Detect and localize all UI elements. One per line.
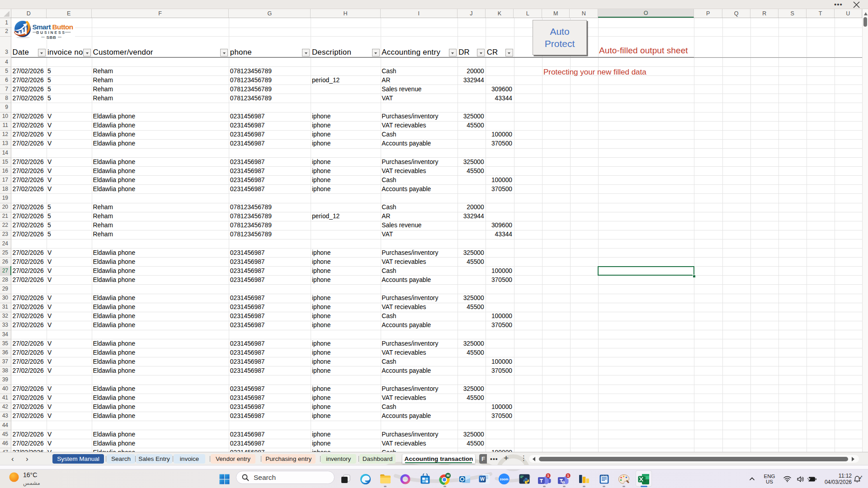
cell-invoice-r15[interactable]: V [47,159,92,166]
cell-entry-r45[interactable]: Purchases/inventory [382,431,457,439]
cell-customer-r41[interactable]: Eldawlia phone [93,394,229,402]
sheet-tab-accounting-transaction[interactable]: Accounting transaction [402,454,475,464]
cell-entry-r7[interactable]: Sales revenue [382,86,457,94]
cell-date-r35[interactable]: 27/02/2026 [13,340,47,348]
cell-description-r12[interactable]: iphone [312,131,380,139]
cell-description-r41[interactable]: iphone [312,394,380,402]
cell-customer-r36[interactable]: Eldawlia phone [93,349,229,357]
cell-customer-r37[interactable]: Eldawlia phone [93,358,229,366]
cell-customer-r26[interactable]: Eldawlia phone [93,258,229,266]
cell-dr-r11[interactable]: 45500 [458,122,484,130]
cell-cr-r37[interactable]: 100000 [486,358,512,366]
cell-dr-r10[interactable]: 325000 [458,113,484,121]
cell-cr-r42[interactable]: 100000 [486,404,512,411]
cell-dr-r46[interactable]: 45500 [458,440,484,448]
add-sheet-icon[interactable]: + [504,453,509,463]
cell-entry-r38[interactable]: Accounts payable [382,367,457,375]
cell-phone-r38[interactable]: 0231456987 [230,367,311,375]
cell-dr-r15[interactable]: 325000 [458,159,484,166]
cell-phone-r21[interactable]: 078123456789 [230,213,311,221]
column-header-O[interactable]: O [598,9,694,18]
cell-description-r45[interactable]: iphone [312,431,380,439]
cell-description-r27[interactable]: iphone [312,267,380,275]
cell-description-r6[interactable]: period_12 [312,77,380,84]
column-header-R[interactable]: R [750,9,778,18]
cell-description-r21[interactable]: period_12 [312,213,380,221]
cell-description-r28[interactable]: iphone [312,277,380,284]
cell-date-r36[interactable]: 27/02/2026 [13,349,47,357]
cell-dr-r41[interactable]: 45500 [458,394,484,402]
cell-phone-r37[interactable]: 0231456987 [230,358,311,366]
cell-entry-r5[interactable]: Cash [382,68,457,75]
row-header-22[interactable]: 22 [2,222,8,228]
row-header-43[interactable]: 43 [2,413,8,419]
cell-invoice-r13[interactable]: V [47,140,92,148]
tabs-more-icon[interactable]: ••• [490,455,498,463]
taskbar-icon-python-terminal[interactable] [517,471,532,487]
cell-cr-r33[interactable]: 370500 [486,322,512,329]
cell-cr-r38[interactable]: 370500 [486,367,512,375]
cell-customer-r40[interactable]: Eldawlia phone [93,385,229,393]
cell-customer-r20[interactable]: Reham [93,204,229,211]
column-header-D[interactable]: D [11,9,47,18]
taskbar-icon-copilot[interactable] [397,471,413,487]
cell-description-r33[interactable]: iphone [312,322,380,329]
row-header-23[interactable]: 23 [2,231,8,237]
cell-cr-r7[interactable]: 309600 [486,86,512,94]
filter-dropdown-icon[interactable] [477,49,485,56]
cell-date-r27[interactable]: 27/02/2026 [13,267,47,275]
cell-cr-r43[interactable]: 370500 [486,413,512,420]
cell-invoice-r41[interactable]: V [47,394,92,402]
cell-invoice-r33[interactable]: V [47,322,92,329]
row-header-34[interactable]: 34 [2,331,8,338]
cell-entry-r28[interactable]: Accounts payable [382,277,457,284]
cell-entry-r20[interactable]: Cash [382,204,457,211]
cell-date-r20[interactable]: 27/02/2026 [13,204,47,211]
row-header-25[interactable]: 25 [2,249,8,256]
cell-description-r40[interactable]: iphone [312,385,380,393]
cell-phone-r28[interactable]: 0231456987 [230,277,311,284]
cell-entry-r32[interactable]: Cash [382,313,457,320]
cell-dr-r25[interactable]: 325000 [458,249,484,257]
cell-phone-r23[interactable]: 078123456789 [230,231,311,239]
cell-customer-r18[interactable]: Eldawlia phone [93,186,229,193]
horizontal-scroll-thumb[interactable] [539,457,848,461]
cell-dr-r5[interactable]: 20000 [458,68,484,75]
cell-entry-r11[interactable]: VAT recievables [382,122,457,130]
row-header-36[interactable]: 36 [2,349,8,356]
active-cell-O27[interactable] [598,266,694,276]
cell-date-r41[interactable]: 27/02/2026 [13,394,47,402]
row-header-1[interactable]: 1 [5,19,8,26]
cell-customer-r32[interactable]: Eldawlia phone [93,313,229,320]
tabs-scroll-left-icon[interactable]: ‹ [11,455,14,464]
clock[interactable]: 11:12 04/03/2026 [814,469,852,488]
cell-invoice-r45[interactable]: V [47,431,92,439]
cell-customer-r7[interactable]: Reham [93,86,229,94]
cell-phone-r18[interactable]: 0231456987 [230,186,311,193]
cell-phone-r45[interactable]: 0231456987 [230,431,311,439]
cell-description-r16[interactable]: iphone [312,168,380,175]
cell-date-r18[interactable]: 27/02/2026 [13,186,47,193]
cell-customer-r28[interactable]: Eldawlia phone [93,277,229,284]
sheet-tab-inventory[interactable]: inventory [321,454,356,464]
cell-invoice-r37[interactable]: V [47,358,92,366]
row-header-26[interactable]: 26 [2,258,8,265]
cell-description-r32[interactable]: iphone [312,313,380,320]
cell-invoice-r38[interactable]: V [47,367,92,375]
cell-entry-r21[interactable]: AR [382,213,457,221]
row-header-6[interactable]: 6 [5,77,8,83]
cell-customer-r31[interactable]: Eldawlia phone [93,304,229,311]
cell-customer-r8[interactable]: Reham [93,95,229,103]
column-header-N[interactable]: N [570,9,598,18]
cell-entry-r37[interactable]: Cash [382,358,457,366]
row-header-20[interactable]: 20 [2,204,8,210]
row-header-33[interactable]: 33 [2,322,8,328]
cell-description-r13[interactable]: iphone [312,140,380,148]
cell-customer-r35[interactable]: Eldawlia phone [93,340,229,348]
cell-date-r11[interactable]: 27/02/2026 [13,122,47,130]
column-header-M[interactable]: M [542,9,570,18]
row-header-38[interactable]: 38 [2,367,8,374]
cell-date-r40[interactable]: 27/02/2026 [13,385,47,393]
cell-entry-r22[interactable]: Sales revenue [382,222,457,230]
cell-entry-r35[interactable]: Purchases/inventory [382,340,457,348]
